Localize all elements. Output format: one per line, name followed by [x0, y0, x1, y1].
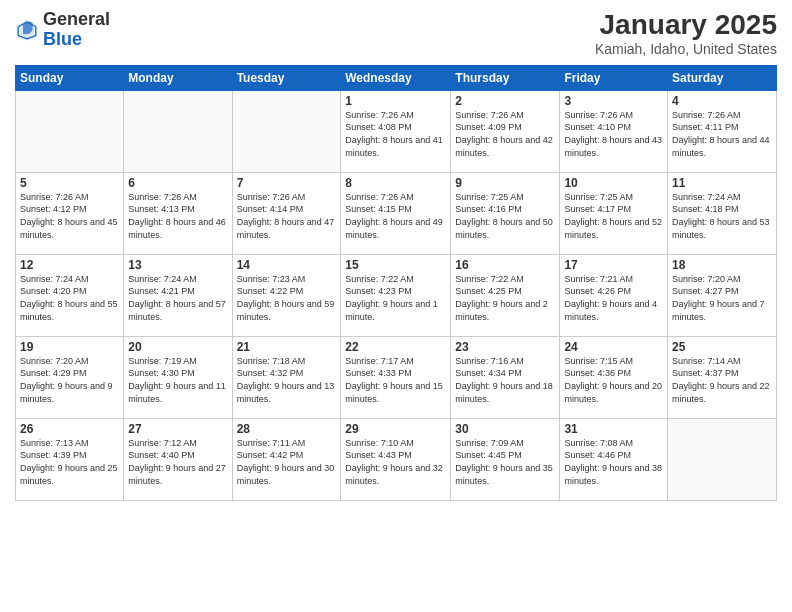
day-number: 17: [564, 258, 663, 272]
day-info: Sunrise: 7:26 AM Sunset: 4:10 PM Dayligh…: [564, 109, 663, 159]
logo-blue: Blue: [43, 29, 82, 49]
col-saturday: Saturday: [668, 65, 777, 90]
day-number: 15: [345, 258, 446, 272]
calendar-cell: 17Sunrise: 7:21 AM Sunset: 4:26 PM Dayli…: [560, 254, 668, 336]
day-info: Sunrise: 7:22 AM Sunset: 4:23 PM Dayligh…: [345, 273, 446, 323]
day-info: Sunrise: 7:24 AM Sunset: 4:21 PM Dayligh…: [128, 273, 227, 323]
calendar-cell: 12Sunrise: 7:24 AM Sunset: 4:20 PM Dayli…: [16, 254, 124, 336]
day-number: 4: [672, 94, 772, 108]
day-number: 14: [237, 258, 337, 272]
day-info: Sunrise: 7:26 AM Sunset: 4:14 PM Dayligh…: [237, 191, 337, 241]
day-number: 16: [455, 258, 555, 272]
day-number: 12: [20, 258, 119, 272]
calendar-header-row: Sunday Monday Tuesday Wednesday Thursday…: [16, 65, 777, 90]
logo-general: General: [43, 9, 110, 29]
day-number: 27: [128, 422, 227, 436]
day-info: Sunrise: 7:17 AM Sunset: 4:33 PM Dayligh…: [345, 355, 446, 405]
day-info: Sunrise: 7:09 AM Sunset: 4:45 PM Dayligh…: [455, 437, 555, 487]
calendar-cell: 19Sunrise: 7:20 AM Sunset: 4:29 PM Dayli…: [16, 336, 124, 418]
calendar-week-row: 26Sunrise: 7:13 AM Sunset: 4:39 PM Dayli…: [16, 418, 777, 500]
calendar-cell: 3Sunrise: 7:26 AM Sunset: 4:10 PM Daylig…: [560, 90, 668, 172]
calendar-title: January 2025: [595, 10, 777, 41]
calendar-cell: [124, 90, 232, 172]
day-info: Sunrise: 7:26 AM Sunset: 4:15 PM Dayligh…: [345, 191, 446, 241]
day-info: Sunrise: 7:24 AM Sunset: 4:20 PM Dayligh…: [20, 273, 119, 323]
calendar-cell: 21Sunrise: 7:18 AM Sunset: 4:32 PM Dayli…: [232, 336, 341, 418]
calendar-cell: 31Sunrise: 7:08 AM Sunset: 4:46 PM Dayli…: [560, 418, 668, 500]
day-info: Sunrise: 7:25 AM Sunset: 4:16 PM Dayligh…: [455, 191, 555, 241]
day-info: Sunrise: 7:12 AM Sunset: 4:40 PM Dayligh…: [128, 437, 227, 487]
day-info: Sunrise: 7:08 AM Sunset: 4:46 PM Dayligh…: [564, 437, 663, 487]
day-number: 7: [237, 176, 337, 190]
calendar-cell: 8Sunrise: 7:26 AM Sunset: 4:15 PM Daylig…: [341, 172, 451, 254]
calendar-cell: [232, 90, 341, 172]
day-info: Sunrise: 7:24 AM Sunset: 4:18 PM Dayligh…: [672, 191, 772, 241]
day-number: 25: [672, 340, 772, 354]
day-number: 26: [20, 422, 119, 436]
calendar-week-row: 19Sunrise: 7:20 AM Sunset: 4:29 PM Dayli…: [16, 336, 777, 418]
day-number: 6: [128, 176, 227, 190]
day-number: 19: [20, 340, 119, 354]
day-info: Sunrise: 7:14 AM Sunset: 4:37 PM Dayligh…: [672, 355, 772, 405]
day-info: Sunrise: 7:13 AM Sunset: 4:39 PM Dayligh…: [20, 437, 119, 487]
calendar-cell: [16, 90, 124, 172]
day-info: Sunrise: 7:22 AM Sunset: 4:25 PM Dayligh…: [455, 273, 555, 323]
day-number: 3: [564, 94, 663, 108]
logo-icon: [15, 18, 39, 42]
calendar-cell: 7Sunrise: 7:26 AM Sunset: 4:14 PM Daylig…: [232, 172, 341, 254]
day-info: Sunrise: 7:21 AM Sunset: 4:26 PM Dayligh…: [564, 273, 663, 323]
day-number: 11: [672, 176, 772, 190]
calendar-cell: 22Sunrise: 7:17 AM Sunset: 4:33 PM Dayli…: [341, 336, 451, 418]
calendar-cell: 16Sunrise: 7:22 AM Sunset: 4:25 PM Dayli…: [451, 254, 560, 336]
calendar-cell: 27Sunrise: 7:12 AM Sunset: 4:40 PM Dayli…: [124, 418, 232, 500]
col-thursday: Thursday: [451, 65, 560, 90]
col-wednesday: Wednesday: [341, 65, 451, 90]
page: General Blue January 2025 Kamiah, Idaho,…: [0, 0, 792, 612]
day-info: Sunrise: 7:26 AM Sunset: 4:13 PM Dayligh…: [128, 191, 227, 241]
calendar-cell: 1Sunrise: 7:26 AM Sunset: 4:08 PM Daylig…: [341, 90, 451, 172]
day-info: Sunrise: 7:26 AM Sunset: 4:08 PM Dayligh…: [345, 109, 446, 159]
day-info: Sunrise: 7:10 AM Sunset: 4:43 PM Dayligh…: [345, 437, 446, 487]
title-block: January 2025 Kamiah, Idaho, United State…: [595, 10, 777, 57]
col-monday: Monday: [124, 65, 232, 90]
calendar-cell: 23Sunrise: 7:16 AM Sunset: 4:34 PM Dayli…: [451, 336, 560, 418]
col-friday: Friday: [560, 65, 668, 90]
day-info: Sunrise: 7:16 AM Sunset: 4:34 PM Dayligh…: [455, 355, 555, 405]
calendar-cell: 10Sunrise: 7:25 AM Sunset: 4:17 PM Dayli…: [560, 172, 668, 254]
day-number: 5: [20, 176, 119, 190]
col-sunday: Sunday: [16, 65, 124, 90]
calendar-week-row: 5Sunrise: 7:26 AM Sunset: 4:12 PM Daylig…: [16, 172, 777, 254]
calendar-subtitle: Kamiah, Idaho, United States: [595, 41, 777, 57]
calendar-cell: 6Sunrise: 7:26 AM Sunset: 4:13 PM Daylig…: [124, 172, 232, 254]
day-number: 28: [237, 422, 337, 436]
day-info: Sunrise: 7:20 AM Sunset: 4:29 PM Dayligh…: [20, 355, 119, 405]
day-number: 22: [345, 340, 446, 354]
day-number: 24: [564, 340, 663, 354]
calendar-cell: 5Sunrise: 7:26 AM Sunset: 4:12 PM Daylig…: [16, 172, 124, 254]
calendar-cell: 28Sunrise: 7:11 AM Sunset: 4:42 PM Dayli…: [232, 418, 341, 500]
calendar-cell: 15Sunrise: 7:22 AM Sunset: 4:23 PM Dayli…: [341, 254, 451, 336]
day-number: 2: [455, 94, 555, 108]
calendar-cell: 20Sunrise: 7:19 AM Sunset: 4:30 PM Dayli…: [124, 336, 232, 418]
calendar-cell: 11Sunrise: 7:24 AM Sunset: 4:18 PM Dayli…: [668, 172, 777, 254]
day-info: Sunrise: 7:26 AM Sunset: 4:11 PM Dayligh…: [672, 109, 772, 159]
day-number: 21: [237, 340, 337, 354]
day-info: Sunrise: 7:18 AM Sunset: 4:32 PM Dayligh…: [237, 355, 337, 405]
day-info: Sunrise: 7:26 AM Sunset: 4:09 PM Dayligh…: [455, 109, 555, 159]
calendar-table: Sunday Monday Tuesday Wednesday Thursday…: [15, 65, 777, 501]
day-number: 10: [564, 176, 663, 190]
col-tuesday: Tuesday: [232, 65, 341, 90]
calendar-cell: 25Sunrise: 7:14 AM Sunset: 4:37 PM Dayli…: [668, 336, 777, 418]
calendar-week-row: 12Sunrise: 7:24 AM Sunset: 4:20 PM Dayli…: [16, 254, 777, 336]
day-number: 31: [564, 422, 663, 436]
calendar-cell: 26Sunrise: 7:13 AM Sunset: 4:39 PM Dayli…: [16, 418, 124, 500]
calendar-week-row: 1Sunrise: 7:26 AM Sunset: 4:08 PM Daylig…: [16, 90, 777, 172]
day-number: 23: [455, 340, 555, 354]
day-number: 30: [455, 422, 555, 436]
logo: General Blue: [15, 10, 110, 50]
day-number: 29: [345, 422, 446, 436]
day-info: Sunrise: 7:11 AM Sunset: 4:42 PM Dayligh…: [237, 437, 337, 487]
day-info: Sunrise: 7:23 AM Sunset: 4:22 PM Dayligh…: [237, 273, 337, 323]
day-info: Sunrise: 7:19 AM Sunset: 4:30 PM Dayligh…: [128, 355, 227, 405]
calendar-cell: 9Sunrise: 7:25 AM Sunset: 4:16 PM Daylig…: [451, 172, 560, 254]
